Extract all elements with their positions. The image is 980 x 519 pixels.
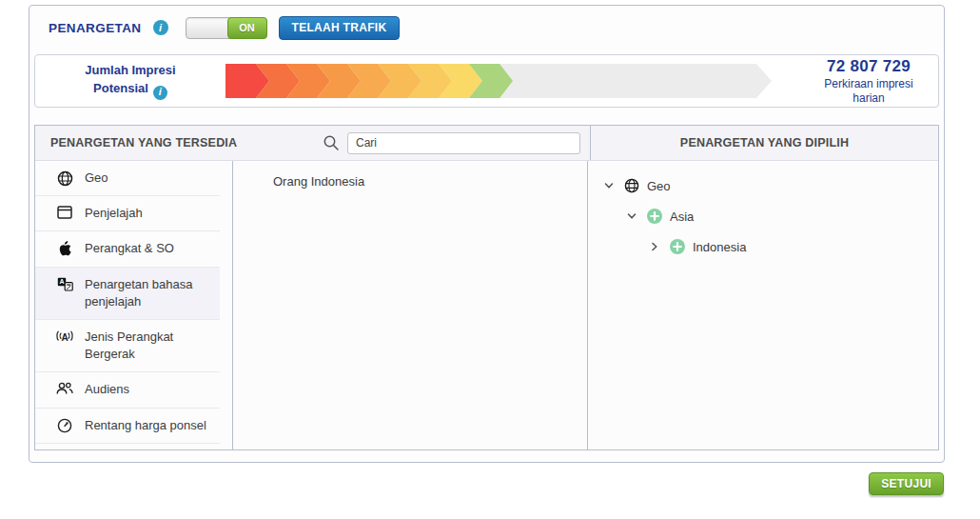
sidebar-item-label: Rentang harga ponsel (85, 417, 206, 434)
available-header-title: PENARGETAN YANG TERSEDIA (50, 136, 237, 150)
available-header-area: PENARGETAN YANG TERSEDIA (35, 126, 590, 160)
selected-targeting-tree: Geo Asia (588, 161, 938, 449)
sidebar-item-label: Perangkat & SO (85, 240, 174, 257)
available-option-orang-indonesia[interactable]: Orang Indonesia (273, 174, 587, 189)
targeting-panel: PENARGETAN i ON TELAAH TRAFIK Jumlah Imp… (29, 5, 945, 463)
sidebar-item-label: Penjelajah (85, 205, 143, 222)
impression-estimate-box: Jumlah Impresi Potensiali 72 807 729 Per… (34, 54, 939, 108)
browser-icon (55, 206, 74, 219)
audience-icon (55, 382, 74, 395)
impression-arrow-segments (225, 64, 513, 98)
tree-row-indonesia: Indonesia (588, 231, 938, 262)
impression-caption: Perkiraan impresi harian (813, 77, 925, 106)
panels-header-strip: PENARGETAN YANG TERSEDIA PENARGETAN YANG… (35, 126, 938, 161)
sidebar-item-geo[interactable]: Geo (35, 161, 220, 196)
chevron-down-icon[interactable] (603, 180, 617, 191)
apple-icon (55, 241, 74, 256)
targeting-info-icon[interactable]: i (153, 20, 168, 35)
tree-row-geo: Geo (588, 170, 938, 201)
selected-header-title: PENARGETAN YANG DIPILIH (680, 136, 849, 150)
page-title: PENARGETAN (49, 21, 142, 35)
traffic-review-button[interactable]: TELAAH TRAFIK (279, 16, 401, 40)
impression-info-icon[interactable]: i (153, 86, 167, 100)
add-icon[interactable] (670, 239, 685, 254)
targeting-panels: PENARGETAN YANG TERSEDIA PENARGETAN YANG… (34, 125, 939, 450)
sidebar-item-browser-language[interactable]: A Penargetan bahasa penjelajah (35, 268, 220, 320)
sidebar-item-label: Jenis Perangkat Bergerak (85, 329, 214, 363)
chevron-right-icon[interactable] (649, 241, 662, 252)
targeting-toggle[interactable]: ON (186, 17, 267, 39)
globe-icon (624, 178, 639, 193)
targeting-header: PENARGETAN i ON TELAAH TRAFIK (29, 6, 944, 50)
language-icon: A (55, 277, 74, 291)
svg-text:A: A (59, 278, 64, 285)
tree-node-label[interactable]: Geo (647, 179, 671, 193)
impression-value: 72 807 729 (813, 57, 925, 76)
impression-value-block: 72 807 729 Perkiraan impresi harian (813, 57, 925, 106)
chevron-down-icon[interactable] (626, 210, 639, 222)
sidebar-item-device-os[interactable]: Perangkat & SO (35, 231, 220, 267)
approve-button[interactable]: SETUJUI (869, 472, 944, 495)
sidebar-item-mobile-device-type[interactable]: A Jenis Perangkat Bergerak (35, 320, 220, 372)
panels-columns: Geo Penjelajah Perangkat & SO A (35, 161, 938, 449)
tree-row-asia: Asia (588, 201, 938, 231)
search-icon (323, 134, 340, 151)
search-input[interactable] (347, 132, 580, 154)
toggle-on-knob[interactable]: ON (227, 17, 267, 39)
available-options-panel: Orang Indonesia (233, 161, 588, 449)
globe-icon (55, 170, 74, 187)
sidebar-item-phone-price-range[interactable]: Rentang harga ponsel (35, 409, 220, 444)
gauge-icon (55, 418, 74, 433)
targeting-categories-sidebar: Geo Penjelajah Perangkat & SO A (35, 161, 233, 449)
selected-header-area: PENARGETAN YANG DIPILIH (590, 126, 938, 160)
sidebar-item-browser[interactable]: Penjelajah (35, 196, 220, 231)
sidebar-item-audiences[interactable]: Audiens (35, 372, 220, 408)
sidebar-item-label: Geo (85, 170, 108, 187)
sidebar-item-label: Penargetan bahasa penjelajah (85, 276, 214, 310)
mobile-antenna-icon: A (55, 329, 74, 344)
add-icon[interactable] (647, 209, 662, 224)
tree-node-label[interactable]: Indonesia (693, 240, 746, 254)
sidebar-item-label: Audiens (85, 381, 129, 398)
impression-arrow-bar (225, 64, 772, 98)
tree-node-label[interactable]: Asia (670, 210, 694, 224)
impression-label: Jumlah Impresi Potensiali (35, 62, 225, 99)
svg-text:A: A (61, 331, 68, 342)
